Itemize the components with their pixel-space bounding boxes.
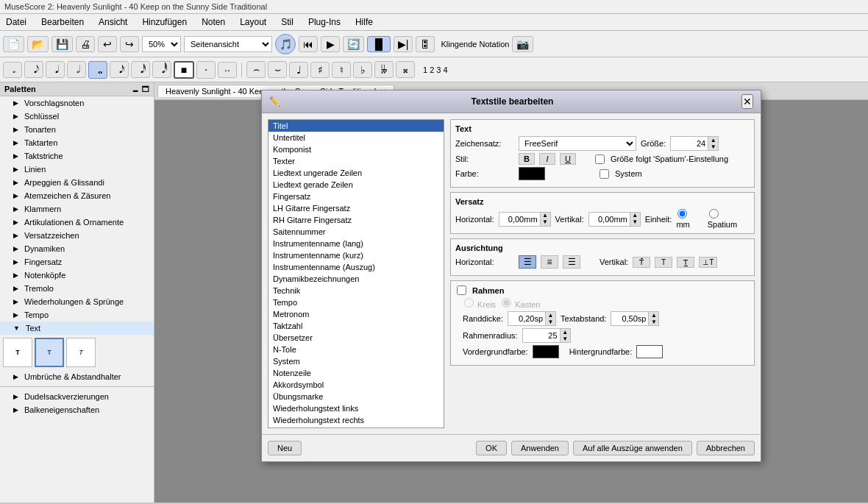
style-list[interactable]: Titel Untertitel Komponist Texter Liedte…	[268, 120, 444, 427]
randdicke-up-btn[interactable]: ▲	[545, 312, 555, 319]
list-item-system[interactable]: System	[268, 355, 444, 367]
sidebar-item-text[interactable]: ▼ Text	[0, 322, 154, 335]
textabstand-input[interactable]	[611, 313, 648, 324]
color-picker[interactable]	[519, 167, 545, 180]
list-item-liedtext-gerade[interactable]: Liedtext gerade Zeilen	[268, 179, 444, 191]
rest-button[interactable]: ■	[174, 61, 194, 79]
randdicke-down-btn[interactable]: ▼	[545, 319, 555, 325]
underline-button[interactable]: U	[560, 153, 576, 165]
list-item-uebungsmarke[interactable]: Übungsmarke	[268, 391, 444, 402]
note-8th-button[interactable]: 𝅘𝅥𝅮	[24, 61, 43, 78]
loop-button[interactable]: 🔄	[343, 36, 364, 52]
list-item-lh-gitarre[interactable]: LH Gitarre Fingersatz	[268, 202, 444, 214]
kasten-radio[interactable]	[502, 298, 511, 308]
randdicke-input[interactable]	[508, 313, 545, 324]
list-item-akkordsymbol[interactable]: Akkordsymbol	[268, 379, 444, 391]
align-bottom-button[interactable]: ⊥T	[699, 257, 717, 268]
menu-noten[interactable]: Noten	[199, 15, 228, 29]
list-item-saitennummer[interactable]: Saitennummer	[268, 226, 444, 238]
list-item-rh-gitarre[interactable]: RH Gitarre Fingersatz	[268, 214, 444, 226]
play-button[interactable]: ▶	[321, 36, 340, 52]
bold-button[interactable]: B	[519, 153, 535, 165]
measure-button[interactable]: ▐▌	[367, 36, 391, 52]
sidebar-item-taktarten[interactable]: ▶ Taktarten	[0, 136, 154, 149]
spatium-checkbox[interactable]	[595, 155, 605, 164]
align-right-button[interactable]: ☰	[563, 255, 580, 269]
menu-hilfe[interactable]: Hilfe	[352, 15, 376, 29]
dialog-close-button[interactable]: ✕	[741, 94, 753, 109]
rahmen-checkbox[interactable]	[457, 285, 466, 295]
align-left-button[interactable]: ☰	[519, 255, 536, 269]
font-select[interactable]: FreeSerif	[519, 136, 636, 151]
list-item-instr-kurz[interactable]: Instrumentenname (kurz)	[268, 249, 444, 261]
list-item-uebersetzer[interactable]: Übersetzer	[268, 332, 444, 344]
note-64th-button[interactable]: 𝅘𝅥𝅱	[152, 61, 171, 78]
menu-stil[interactable]: Stil	[278, 15, 296, 29]
mm-radio[interactable]	[677, 209, 687, 219]
tie-button[interactable]: ⌢	[246, 61, 266, 78]
sidebar-item-tremolo[interactable]: ▶ Tremolo	[0, 282, 154, 295]
abbrechen-button[interactable]: Abbrechen	[697, 441, 755, 455]
sidebar-item-wiederholungen[interactable]: ▶ Wiederholungen & Sprünge	[0, 295, 154, 308]
spinbox-down-btn[interactable]: ▼	[708, 143, 718, 150]
list-item-wdh-links[interactable]: Wiederholungstext links	[268, 402, 444, 414]
system-checkbox[interactable]	[600, 169, 609, 179]
sidebar-item-fingersatz[interactable]: ▶ Fingersatz	[0, 255, 154, 269]
vert-down-btn[interactable]: ▼	[630, 219, 640, 226]
palette-min-btn[interactable]: 🗕	[132, 85, 139, 93]
palette-cell-3[interactable]: T	[66, 338, 96, 367]
dsharp-button[interactable]: 𝄪	[396, 61, 415, 78]
align-top-button[interactable]: T̄	[633, 257, 650, 268]
list-item-tempo[interactable]: Tempo	[268, 297, 444, 308]
note-half-button[interactable]: 𝅗𝅥	[67, 61, 86, 78]
list-item-taktzahl[interactable]: Taktzahl	[268, 320, 444, 332]
vordergrund-color[interactable]	[533, 345, 559, 358]
italic-button[interactable]: I	[539, 153, 555, 165]
rahmenradius-down-btn[interactable]: ▼	[560, 336, 570, 342]
sidebar-item-arpeggien[interactable]: ▶ Arpeggien & Glissandi	[0, 176, 154, 189]
list-item-instr-lang[interactable]: Instrumentenname (lang)	[268, 238, 444, 249]
palette-controls[interactable]: 🗕 🗖	[132, 85, 149, 93]
dflat-button[interactable]: 𝄫	[374, 61, 394, 78]
note-whole-button[interactable]: 𝅝	[88, 61, 107, 79]
palette-cell-2[interactable]: T	[35, 338, 64, 367]
flip-button[interactable]: ♯	[310, 62, 330, 78]
menu-layout[interactable]: Layout	[237, 15, 269, 29]
list-item-wdh-rechts[interactable]: Wiederholungstext rechts	[268, 414, 444, 426]
list-item-n-tole[interactable]: N-Tole	[268, 344, 444, 355]
list-item-untertitel[interactable]: Untertitel	[268, 132, 444, 143]
sidebar-item-taktstriche[interactable]: ▶ Taktstriche	[0, 149, 154, 163]
palette-cell-1[interactable]: T	[3, 338, 32, 367]
sidebar-item-linien[interactable]: ▶ Linien	[0, 163, 154, 176]
sidebar-item-dynamiken[interactable]: ▶ Dynamiken	[0, 242, 154, 255]
sidebar-item-notenkoepfe[interactable]: ▶ Notenköpfe	[0, 269, 154, 282]
sidebar-item-artikulationen[interactable]: ▶ Artikulationen & Ornamente	[0, 216, 154, 229]
textabstand-up-btn[interactable]: ▲	[648, 312, 658, 319]
sidebar-item-klammern[interactable]: ▶ Klammern	[0, 202, 154, 216]
save-button[interactable]: 💾	[51, 36, 73, 52]
grace-button[interactable]: ♩	[289, 62, 308, 78]
vert-input[interactable]	[589, 214, 630, 224]
note-32nd-button[interactable]: 𝅘𝅥𝅰	[131, 61, 150, 78]
anwenden-button[interactable]: Anwenden	[511, 441, 569, 455]
dot-button[interactable]: ·	[196, 61, 216, 79]
slur-button[interactable]: ⌣	[268, 61, 287, 78]
hintergrund-color[interactable]	[636, 345, 663, 358]
spatium-radio[interactable]	[709, 209, 719, 219]
next-measure-button[interactable]: ▶|	[394, 36, 413, 52]
menu-bearbeiten[interactable]: Bearbeiten	[38, 15, 87, 29]
open-button[interactable]: 📂	[27, 36, 49, 52]
rahmenradius-up-btn[interactable]: ▲	[560, 329, 570, 336]
camera-button[interactable]: 📷	[512, 36, 533, 52]
sidebar-item-atemzeichen[interactable]: ▶ Atemzeichen & Zäsuren	[0, 189, 154, 202]
spinbox-up-btn[interactable]: ▲	[708, 137, 718, 143]
ok-button[interactable]: OK	[476, 441, 507, 455]
note-input-button[interactable]: 𝅗	[3, 62, 22, 78]
horiz-down-btn[interactable]: ▼	[540, 219, 550, 226]
menu-plugins[interactable]: Plug-Ins	[305, 15, 344, 29]
note-quarter-button[interactable]: 𝅘𝅥	[46, 61, 65, 78]
note-16th-button[interactable]: 𝅘𝅥𝅯	[110, 61, 129, 78]
list-item-texter[interactable]: Texter	[268, 155, 444, 167]
sidebar-item-vorschlagsnoten[interactable]: ▶ Vorschlagsnoten	[0, 96, 154, 110]
kreis-radio[interactable]	[464, 298, 474, 308]
